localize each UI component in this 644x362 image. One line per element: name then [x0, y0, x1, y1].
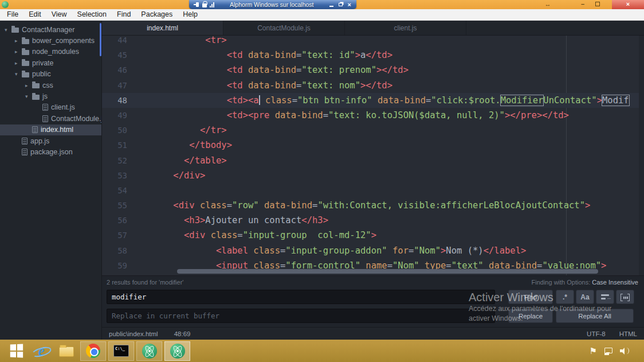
tree-item-label: ContactManager: [22, 26, 74, 34]
code-line-53[interactable]: 53 </div>: [102, 168, 644, 183]
code-line-51[interactable]: 51 </tbody>: [102, 138, 644, 153]
menu-item-packages[interactable]: Packages: [136, 9, 178, 20]
title-bar: Alphorm Windows sur localhost × ↔ – ×: [0, 0, 644, 9]
signal-icon: [210, 2, 214, 7]
menu-bar: FileEditViewSelectionFindPackagesHelp: [0, 9, 644, 21]
code-line-48[interactable]: 48 <td><a class="btn btn-info" data-bind…: [102, 93, 644, 108]
code-line-50[interactable]: 50 </tr>: [102, 123, 644, 138]
internet-explorer-icon[interactable]: e: [30, 341, 53, 361]
code-text: <div class="row" data-bind="with:Contact…: [136, 198, 590, 213]
rdp-minimize-button[interactable]: [329, 6, 333, 7]
code-line-58[interactable]: 58 <label class="input-group-addon" for=…: [102, 243, 644, 258]
tree-item-contactmodule-js[interactable]: ContactModule.js: [0, 113, 101, 124]
code-line-54[interactable]: 54: [102, 183, 644, 198]
code-line-55[interactable]: 55 <div class="row" data-bind="with:Cont…: [102, 198, 644, 213]
status-cursor-position[interactable]: 48:69: [174, 330, 191, 337]
code-editor[interactable]: 44 <tr>45 <td data-bind="text: id">a</td…: [102, 36, 644, 275]
tab-index-html[interactable]: index.html: [102, 21, 223, 35]
tab-client-js[interactable]: client.js: [345, 21, 466, 35]
code-line-57[interactable]: 57 <div class="input-group col-md-12">: [102, 228, 644, 243]
line-number: 48: [102, 93, 136, 108]
find-button[interactable]: Find: [508, 290, 553, 304]
code-line-56[interactable]: 56 <h3>Ajouter un contact</h3>: [102, 213, 644, 228]
rdp-close-button[interactable]: ×: [348, 1, 351, 9]
folder-icon: [32, 95, 40, 100]
tree-item-public[interactable]: ▾public: [0, 69, 101, 80]
chrome-icon[interactable]: [80, 341, 106, 361]
horizontal-scrollbar[interactable]: [136, 269, 639, 274]
tree-item-private[interactable]: ▸private: [0, 57, 101, 68]
code-line-47[interactable]: 47 <td data-bind="text: nom"></td>: [102, 78, 644, 93]
tree-item-bower-components[interactable]: ▸bower_components: [0, 35, 101, 46]
command-prompt-icon[interactable]: [108, 341, 134, 361]
whole-word-icon: [621, 294, 630, 300]
tree-item-contactmanager[interactable]: ▾ContactManager: [0, 24, 101, 35]
vertical-scrollbar[interactable]: [639, 36, 644, 275]
line-number: 51: [102, 138, 136, 153]
code-line-52[interactable]: 52 </table>: [102, 153, 644, 168]
window-minimize-button[interactable]: –: [576, 0, 589, 9]
code-text: <td data-bind="text: nom"></td>: [136, 78, 392, 93]
tree-item-app-js[interactable]: app.js: [0, 135, 101, 146]
only-in-selection-option-button[interactable]: [596, 290, 614, 304]
code-line-49[interactable]: 49 <td><pre data-bind="text: ko.toJSON($…: [102, 108, 644, 123]
replace-input[interactable]: [107, 309, 495, 323]
window-close-button[interactable]: ×: [612, 0, 644, 9]
rdp-restore-button[interactable]: [339, 3, 343, 6]
atom-logo-icon: [2, 1, 9, 8]
status-language[interactable]: HTML: [619, 330, 637, 337]
file-explorer-icon[interactable]: [55, 341, 78, 361]
line-number: 46: [102, 63, 136, 77]
code-text: </div>: [136, 168, 205, 183]
rdp-title: Alphorm Windows sur localhost: [214, 1, 329, 8]
code-line-45[interactable]: 45 <td data-bind="text: id">a</td>: [102, 48, 644, 63]
tree-item-node-modules[interactable]: ▸node_modules: [0, 46, 101, 57]
menu-item-help[interactable]: Help: [178, 9, 203, 20]
find-input[interactable]: [107, 290, 495, 304]
window-resize-button[interactable]: ↔: [541, 0, 555, 9]
status-encoding[interactable]: UTF-8: [587, 330, 606, 337]
line-number: 50: [102, 123, 136, 138]
replace-button[interactable]: Replace: [508, 309, 553, 323]
tree-item-client-js[interactable]: client.js: [0, 102, 101, 113]
volume-icon[interactable]: [620, 347, 629, 355]
network-icon[interactable]: [604, 348, 612, 355]
status-file-path[interactable]: public\index.html: [109, 330, 158, 337]
tree-item-label: public: [32, 70, 51, 78]
line-number: 54: [102, 183, 136, 198]
file-icon: [32, 126, 38, 133]
action-center-flag-icon[interactable]: ⚑: [590, 346, 597, 356]
tab-contactmodule-js[interactable]: ContactModule.js: [223, 21, 345, 35]
atom-icon[interactable]: [164, 341, 190, 361]
tree-item-index-html[interactable]: index.html: [0, 124, 101, 135]
atom-icon[interactable]: [136, 341, 162, 361]
case-sensitive-option-button[interactable]: Aa: [576, 290, 594, 304]
menu-item-edit[interactable]: Edit: [23, 9, 46, 20]
pin-icon[interactable]: [194, 2, 199, 7]
code-text: <tr>: [136, 36, 227, 48]
start-icon[interactable]: [5, 341, 28, 361]
menu-item-selection[interactable]: Selection: [72, 9, 112, 20]
regex-option-button[interactable]: .*: [556, 290, 574, 304]
taskbar: e ⚑: [0, 340, 644, 362]
screen: Alphorm Windows sur localhost × ↔ – × Fi…: [0, 0, 644, 362]
menu-item-view[interactable]: View: [46, 9, 72, 20]
tree-item-label: package.json: [30, 148, 73, 156]
editor-lines: 44 <tr>45 <td data-bind="text: id">a</td…: [102, 36, 644, 273]
window-maximize-button[interactable]: [591, 0, 604, 9]
remote-desktop-bar[interactable]: Alphorm Windows sur localhost ×: [189, 0, 356, 9]
tree-item-label: node_modules: [32, 48, 79, 56]
tree-item-package-json[interactable]: package.json: [0, 146, 101, 157]
whole-word-option-button[interactable]: [616, 290, 634, 304]
code-line-46[interactable]: 46 <td data-bind="text: prenom"></td>: [102, 63, 644, 77]
code-line-44[interactable]: 44 <tr>: [102, 36, 644, 48]
tab-bar: index.htmlContactModule.jsclient.js: [102, 21, 644, 36]
horizontal-scrollbar-thumb[interactable]: [177, 269, 598, 274]
tree-item-js[interactable]: ▾js: [0, 91, 101, 102]
menu-item-find[interactable]: Find: [112, 9, 136, 20]
replace-all-button[interactable]: Replace All: [556, 309, 634, 323]
menu-item-file[interactable]: File: [2, 9, 23, 20]
tree-scrollbar[interactable]: [100, 23, 101, 56]
tree-item-css[interactable]: ▸css: [0, 80, 101, 91]
line-number: 55: [102, 198, 136, 213]
